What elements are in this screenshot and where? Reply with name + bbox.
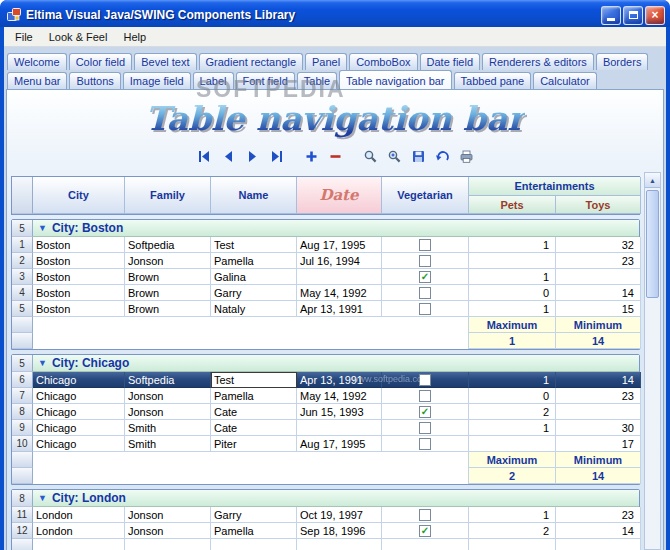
tab-buttons[interactable]: Buttons — [69, 72, 120, 89]
vegetarian-checkbox[interactable] — [419, 438, 431, 450]
collapse-triangle-icon[interactable]: ▼ — [38, 359, 47, 368]
cell-city[interactable]: Boston — [33, 237, 125, 253]
table-row[interactable]: 10ChicagoSmithPiterAug 17, 199517 — [12, 436, 639, 452]
cell-date[interactable]: Apr 13, 1991 — [297, 372, 382, 388]
cell-pets[interactable]: 1 — [469, 237, 556, 253]
table-row[interactable]: 2BostonJonsonPamellaJul 16, 199423 — [12, 253, 639, 269]
menu-file[interactable]: File — [7, 29, 41, 45]
cell-date[interactable]: Jun 15, 1993 — [297, 404, 382, 420]
cell-date[interactable]: Aug 17, 1995 — [297, 436, 382, 452]
cell-name[interactable]: Garry — [211, 285, 297, 301]
cell-vegetarian[interactable]: ✓ — [382, 269, 469, 285]
vegetarian-checkbox[interactable]: ✓ — [419, 525, 431, 537]
cell-pets[interactable]: 1 — [469, 301, 556, 317]
cell-toys[interactable]: 23 — [556, 253, 641, 269]
cell-toys[interactable]: 14 — [556, 523, 641, 539]
cell-city[interactable]: Boston — [33, 269, 125, 285]
table-row[interactable]: 1BostonSoftpediaTestAug 17, 1995132 — [12, 237, 639, 253]
last-record-button[interactable] — [266, 147, 287, 166]
cell-date[interactable] — [297, 269, 382, 285]
cell-family[interactable]: Jonson — [125, 523, 211, 539]
cell-pets[interactable] — [469, 253, 556, 269]
tab-date-field[interactable]: Date field — [420, 53, 480, 70]
cell-vegetarian[interactable] — [382, 253, 469, 269]
tab-table[interactable]: Table — [297, 72, 337, 89]
cell-toys[interactable]: 23 — [556, 507, 641, 523]
cell-date[interactable] — [297, 420, 382, 436]
table-row[interactable]: 6ChicagoSoftpediaTestApr 13, 1991114www.… — [12, 372, 639, 388]
cell-vegetarian[interactable] — [382, 285, 469, 301]
cell-vegetarian[interactable] — [382, 436, 469, 452]
vegetarian-checkbox[interactable] — [419, 287, 431, 299]
cell-city[interactable]: Boston — [33, 285, 125, 301]
close-button[interactable]: × — [645, 6, 665, 25]
group-header-bar[interactable]: ▼City: London — [33, 490, 639, 507]
group-header-bar[interactable]: ▼City: Boston — [33, 220, 639, 237]
scrollbar-thumb[interactable] — [646, 190, 659, 298]
vegetarian-checkbox[interactable] — [419, 303, 431, 315]
collapse-triangle-icon[interactable]: ▼ — [38, 224, 47, 233]
tab-borders[interactable]: Borders — [596, 53, 649, 70]
tab-combobox[interactable]: ComboBox — [349, 53, 417, 70]
table-row[interactable]: 3BostonBrownGalina✓1 — [12, 269, 639, 285]
minimize-button[interactable] — [601, 6, 621, 25]
cell-city[interactable]: Boston — [33, 253, 125, 269]
cell-city[interactable]: Chicago — [33, 436, 125, 452]
first-record-button[interactable] — [194, 147, 215, 166]
cell-pets[interactable] — [469, 436, 556, 452]
cell-name[interactable]: Garry — [211, 507, 297, 523]
cell-city[interactable]: Chicago — [33, 372, 125, 388]
cell-date[interactable]: Aug 17, 1995 — [297, 237, 382, 253]
cell-toys[interactable] — [556, 269, 641, 285]
cell-vegetarian[interactable]: ✓ — [382, 404, 469, 420]
print-button[interactable] — [456, 147, 477, 166]
cell-name[interactable]: Pamella — [211, 388, 297, 404]
cell-toys[interactable]: 14 — [556, 372, 641, 388]
cell-name[interactable]: Pamella — [211, 253, 297, 269]
cell-family[interactable]: Softpedia — [125, 372, 211, 388]
cell-date[interactable]: May 14, 1992 — [297, 285, 382, 301]
table-row[interactable]: 4BostonBrownGarryMay 14, 1992014 — [12, 285, 639, 301]
cell-name[interactable]: Cate — [211, 420, 297, 436]
cell-city[interactable]: Chicago — [33, 404, 125, 420]
next-record-button[interactable] — [242, 147, 263, 166]
cell-name[interactable]: Galina — [211, 269, 297, 285]
tab-gradient-rectangle[interactable]: Gradient rectangle — [199, 53, 304, 70]
vegetarian-checkbox[interactable] — [419, 239, 431, 251]
cell-vegetarian[interactable]: ✓ — [382, 523, 469, 539]
tab-welcome[interactable]: Welcome — [7, 53, 67, 70]
add-record-button[interactable] — [301, 147, 322, 166]
table-row[interactable]: 9ChicagoSmithCate130 — [12, 420, 639, 436]
column-header-name[interactable]: Name — [211, 177, 297, 214]
cell-toys[interactable]: 17 — [556, 436, 641, 452]
cell-vegetarian[interactable] — [382, 388, 469, 404]
cell-family[interactable]: Smith — [125, 436, 211, 452]
vegetarian-checkbox[interactable] — [419, 422, 431, 434]
tab-calculator[interactable]: Calculator — [533, 72, 597, 89]
tab-color-field[interactable]: Color field — [69, 53, 133, 70]
tab-panel[interactable]: Panel — [305, 53, 347, 70]
table-row[interactable]: 12LondonJonsonPamellaSep 18, 1996✓214 — [12, 523, 639, 539]
tab-table-navigation-bar[interactable]: Table navigation bar — [339, 70, 451, 89]
maximize-button[interactable] — [623, 6, 643, 25]
cell-toys[interactable]: 32 — [556, 237, 641, 253]
group-header-row[interactable]: 5▼City: Chicago — [12, 355, 639, 372]
column-header-family[interactable]: Family — [125, 177, 211, 214]
cell-name[interactable]: Test — [211, 237, 297, 253]
tab-image-field[interactable]: Image field — [123, 72, 191, 89]
find-button[interactable] — [360, 147, 381, 166]
table-row[interactable]: 7ChicagoJonsonPamellaMay 14, 1992023 — [12, 388, 639, 404]
find-next-button[interactable] — [384, 147, 405, 166]
cell-pets[interactable]: 1 — [469, 420, 556, 436]
group-header-row[interactable]: 8▼City: London — [12, 490, 639, 507]
previous-record-button[interactable] — [218, 147, 239, 166]
column-header-vegetarian[interactable]: Vegetarian — [382, 177, 469, 214]
title-bar[interactable]: Eltima Visual Java/SWING Components Libr… — [0, 0, 670, 27]
vegetarian-checkbox[interactable]: ✓ — [419, 406, 431, 418]
cell-toys[interactable] — [556, 404, 641, 420]
cell-vegetarian[interactable] — [382, 372, 469, 388]
cell-toys[interactable]: 15 — [556, 301, 641, 317]
cell-vegetarian[interactable] — [382, 420, 469, 436]
collapse-triangle-icon[interactable]: ▼ — [38, 494, 47, 503]
cell-date[interactable]: Apr 13, 1991 — [297, 301, 382, 317]
